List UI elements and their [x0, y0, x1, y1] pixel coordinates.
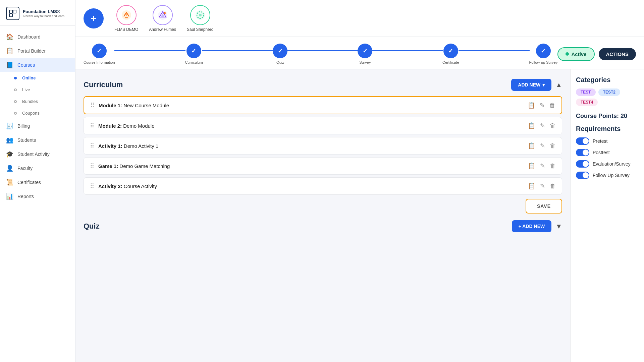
category-tags: TEST TEST2 TEST4 — [576, 88, 639, 106]
actions-button[interactable]: ACTIONS — [599, 48, 636, 60]
flms-name: FLMS DEMO — [114, 27, 138, 32]
logo-name: Foundation LMS® — [23, 9, 64, 15]
bullet-empty-icon — [14, 112, 17, 115]
sidebar-item-student-activity[interactable]: 🎓 Student Activity — [0, 147, 75, 161]
requirements-title: Requirements — [576, 125, 639, 133]
step-circle: ✓ — [92, 44, 107, 58]
step-curriculum[interactable]: ✓ Curriculum — [185, 44, 203, 64]
sidebar-item-faculty[interactable]: 👤 Faculty — [0, 161, 75, 175]
svg-point-7 — [164, 12, 166, 14]
sidebar-item-label: Bundles — [22, 99, 38, 104]
copy-icon[interactable]: 📋 — [528, 142, 535, 149]
copy-icon[interactable]: 📋 — [528, 122, 535, 129]
sidebar-item-label: Faculty — [17, 166, 33, 171]
step-line — [459, 50, 530, 51]
quiz-title: Quiz — [84, 222, 100, 231]
quiz-add-new-button[interactable]: + ADD NEW — [512, 220, 551, 232]
step-course-info[interactable]: ✓ Course Information — [84, 44, 115, 64]
module-row[interactable]: ⠿ Module 1: New Course Module 📋 ✎ 🗑 — [84, 96, 562, 114]
user-avatar-saul[interactable]: Saul Shepherd — [187, 5, 213, 32]
sidebar-item-bundles[interactable]: Bundles — [0, 96, 75, 107]
stepper-bar: ✓ Course Information ✓ Curriculum ✓ Quiz… — [75, 37, 644, 69]
sidebar-item-billing[interactable]: 🧾 Billing — [0, 119, 75, 133]
categories-title: Categories — [576, 76, 639, 84]
quiz-section-header: Quiz + ADD NEW ▼ — [84, 220, 562, 232]
billing-icon: 🧾 — [6, 122, 13, 130]
module-row[interactable]: ⠿ Activity 2: Course Activity 📋 ✎ 🗑 — [84, 177, 562, 195]
chevron-down-icon: ▾ — [542, 82, 545, 87]
step-line — [287, 50, 358, 51]
sidebar-item-label: Online — [22, 75, 36, 80]
sidebar: Foundation LMS® A better way to teach an… — [0, 0, 75, 362]
curriculum-collapse-button[interactable]: ▲ — [555, 81, 562, 89]
step-circle: ✓ — [358, 44, 372, 58]
sidebar-item-certificates[interactable]: 📜 Certificates — [0, 175, 75, 189]
sidebar-item-online[interactable]: Online — [0, 72, 75, 84]
sidebar-item-courses[interactable]: 📘 Courses — [0, 58, 75, 72]
tag-test[interactable]: TEST — [576, 88, 596, 96]
step-label: Course Information — [84, 60, 115, 64]
pretest-toggle[interactable] — [576, 137, 589, 145]
sidebar-item-coupons[interactable]: Coupons — [0, 107, 75, 119]
module-label: Game 1: Demo Game Matching — [98, 163, 170, 169]
step-certificate[interactable]: ✓ Certificate — [442, 44, 459, 64]
edit-icon[interactable]: ✎ — [540, 122, 545, 129]
portal-icon: 📋 — [6, 47, 13, 55]
delete-icon[interactable]: 🗑 — [549, 102, 555, 109]
delete-icon[interactable]: 🗑 — [550, 163, 556, 170]
module-row[interactable]: ⠿ Activity 1: Demo Activity 1 📋 ✎ 🗑 — [84, 137, 562, 155]
step-quiz[interactable]: ✓ Quiz — [273, 44, 287, 64]
saul-name: Saul Shepherd — [187, 27, 213, 32]
main-content: + FLMS DEMO — [75, 0, 644, 362]
add-avatar-circle: + — [84, 8, 104, 28]
step-label: Certificate — [442, 60, 459, 64]
tag-test2[interactable]: TEST2 — [598, 88, 620, 96]
home-icon: 🏠 — [6, 33, 13, 41]
requirement-pretest: Pretest — [576, 137, 639, 145]
drag-handle-icon: ⠿ — [90, 162, 94, 170]
module-list: ⠿ Module 1: New Course Module 📋 ✎ 🗑 ⠿ — [84, 96, 562, 195]
step-survey[interactable]: ✓ Survey — [358, 44, 372, 64]
module-prefix: Activity 2: — [98, 183, 122, 189]
sidebar-item-live[interactable]: Live — [0, 84, 75, 96]
module-label: Activity 1: Demo Activity 1 — [98, 143, 158, 149]
curriculum-add-new-button[interactable]: ADD NEW ▾ — [511, 79, 551, 91]
quiz-expand-button[interactable]: ▼ — [555, 223, 562, 230]
copy-icon[interactable]: 📋 — [528, 182, 535, 190]
copy-icon[interactable]: 📋 — [528, 162, 535, 170]
edit-icon[interactable]: ✎ — [540, 102, 545, 109]
module-row-left: ⠿ Activity 1: Demo Activity 1 — [90, 142, 158, 149]
posttest-toggle[interactable] — [576, 149, 589, 156]
module-row[interactable]: ⠿ Module 2: Demo Module 📋 ✎ 🗑 — [84, 117, 562, 134]
edit-icon[interactable]: ✎ — [540, 162, 545, 170]
sidebar-item-reports[interactable]: 📊 Reports — [0, 189, 75, 203]
andrew-name: Andrew Fumes — [149, 27, 176, 32]
tag-test4[interactable]: TEST4 — [576, 99, 598, 106]
module-row-left: ⠿ Game 1: Demo Game Matching — [90, 162, 170, 170]
sidebar-item-portal-builder[interactable]: 📋 Portal Builder — [0, 44, 75, 58]
user-avatar-flms[interactable]: FLMS DEMO — [114, 5, 138, 32]
sidebar-item-label: Student Activity — [17, 152, 50, 157]
delete-icon[interactable]: 🗑 — [550, 183, 556, 190]
sidebar-item-students[interactable]: 👥 Students — [0, 133, 75, 147]
copy-icon[interactable]: 📋 — [528, 102, 535, 109]
students-icon: 👥 — [6, 136, 13, 144]
user-avatar-andrew[interactable]: Andrew Fumes — [149, 5, 176, 32]
add-user-button[interactable]: + — [84, 8, 104, 28]
sidebar-item-dashboard[interactable]: 🏠 Dashboard — [0, 30, 75, 44]
curriculum-title: Curriculum — [84, 80, 123, 89]
followup-toggle[interactable] — [576, 172, 589, 179]
save-button[interactable]: SAVE — [526, 199, 562, 214]
pretest-label: Pretest — [593, 138, 607, 144]
step-followup[interactable]: ✓ Follow-up Survey — [529, 44, 557, 64]
logo-sub: A better way to teach and learn — [23, 14, 64, 18]
edit-icon[interactable]: ✎ — [540, 142, 545, 149]
svg-rect-0 — [9, 10, 12, 13]
evaluation-toggle[interactable] — [576, 160, 589, 168]
module-row[interactable]: ⠿ Game 1: Demo Game Matching 📋 ✎ 🗑 — [84, 157, 562, 175]
delete-icon[interactable]: 🗑 — [550, 122, 556, 129]
curriculum-section-header: Curriculum ADD NEW ▾ ▲ — [84, 79, 562, 91]
reports-icon: 📊 — [6, 193, 13, 200]
delete-icon[interactable]: 🗑 — [550, 142, 556, 149]
edit-icon[interactable]: ✎ — [540, 182, 545, 190]
